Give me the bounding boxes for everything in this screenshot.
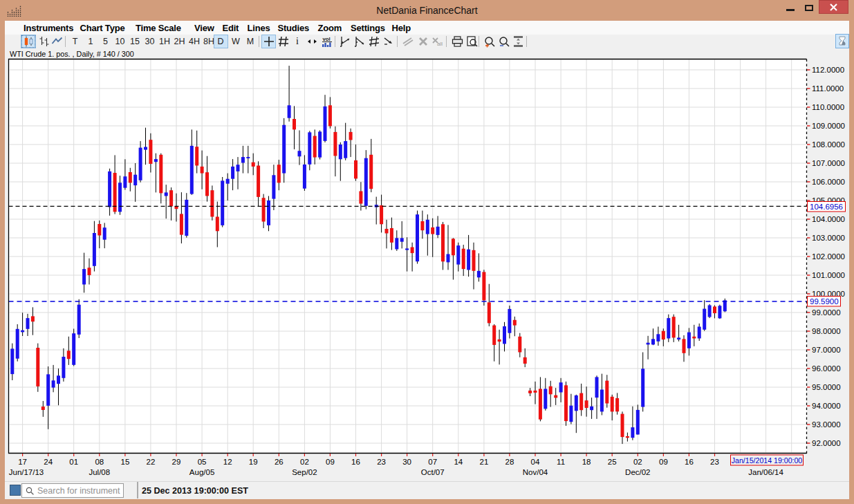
svg-text:30: 30 xyxy=(402,458,411,466)
svg-text:12: 12 xyxy=(223,458,232,466)
svg-text:95.0000: 95.0000 xyxy=(812,383,841,391)
svg-text:18: 18 xyxy=(582,458,591,466)
svg-text:102.0000: 102.0000 xyxy=(812,252,845,261)
svg-text:02: 02 xyxy=(300,458,309,466)
svg-text:93.0000: 93.0000 xyxy=(812,420,841,429)
svg-text:19: 19 xyxy=(249,458,258,466)
svg-text:24: 24 xyxy=(44,458,53,466)
svg-text:02: 02 xyxy=(633,458,642,466)
svg-text:104.6956: 104.6956 xyxy=(810,203,843,211)
svg-text:Nov/04: Nov/04 xyxy=(523,468,548,476)
svg-text:Jan/15/2014 19:00:00: Jan/15/2014 19:00:00 xyxy=(732,456,803,465)
svg-text:109.0000: 109.0000 xyxy=(812,122,845,130)
svg-text:92.0000: 92.0000 xyxy=(812,439,841,447)
svg-text:22: 22 xyxy=(147,458,156,466)
svg-text:14: 14 xyxy=(454,458,463,466)
svg-text:111.0000: 111.0000 xyxy=(812,84,844,93)
svg-text:08: 08 xyxy=(95,458,104,466)
svg-text:17: 17 xyxy=(18,458,27,466)
svg-text:Sep/02: Sep/02 xyxy=(292,468,317,476)
svg-text:99.5900: 99.5900 xyxy=(810,297,839,306)
svg-text:01: 01 xyxy=(69,458,78,466)
svg-text:11: 11 xyxy=(557,458,565,466)
svg-text:26: 26 xyxy=(275,458,284,466)
svg-text:99.0000: 99.0000 xyxy=(812,308,841,317)
svg-text:04: 04 xyxy=(531,458,540,466)
svg-text:05: 05 xyxy=(198,458,207,466)
svg-text:Jun/17/13: Jun/17/13 xyxy=(9,468,44,476)
svg-text:Dec/02: Dec/02 xyxy=(625,468,650,476)
svg-text:Oct/07: Oct/07 xyxy=(421,468,445,476)
svg-text:16: 16 xyxy=(685,458,694,466)
svg-text:21: 21 xyxy=(480,458,489,466)
svg-text:15: 15 xyxy=(121,458,130,466)
svg-text:Jan/06/14: Jan/06/14 xyxy=(748,468,783,476)
svg-text:Aug/05: Aug/05 xyxy=(189,468,214,476)
svg-text:96.0000: 96.0000 xyxy=(812,364,841,373)
svg-text:29: 29 xyxy=(172,458,181,466)
svg-text:25: 25 xyxy=(608,458,617,466)
svg-text:107.0000: 107.0000 xyxy=(812,159,845,167)
svg-text:23: 23 xyxy=(377,458,386,466)
svg-text:112.0000: 112.0000 xyxy=(812,66,844,74)
svg-text:09: 09 xyxy=(326,458,335,466)
svg-text:07: 07 xyxy=(428,458,437,466)
svg-text:110.0000: 110.0000 xyxy=(812,103,844,111)
svg-text:103.0000: 103.0000 xyxy=(812,234,845,242)
svg-text:28: 28 xyxy=(505,458,514,466)
svg-text:94.0000: 94.0000 xyxy=(812,402,841,410)
svg-text:23: 23 xyxy=(710,458,719,466)
svg-text:106.0000: 106.0000 xyxy=(812,178,845,186)
svg-text:09: 09 xyxy=(659,458,668,466)
svg-text:97.0000: 97.0000 xyxy=(812,346,841,354)
svg-text:16: 16 xyxy=(351,458,360,466)
svg-text:108.0000: 108.0000 xyxy=(812,140,845,149)
svg-text:101.0000: 101.0000 xyxy=(812,271,845,279)
svg-text:Jul/08: Jul/08 xyxy=(89,468,110,476)
svg-text:104.0000: 104.0000 xyxy=(812,215,845,223)
svg-text:98.0000: 98.0000 xyxy=(812,327,841,335)
